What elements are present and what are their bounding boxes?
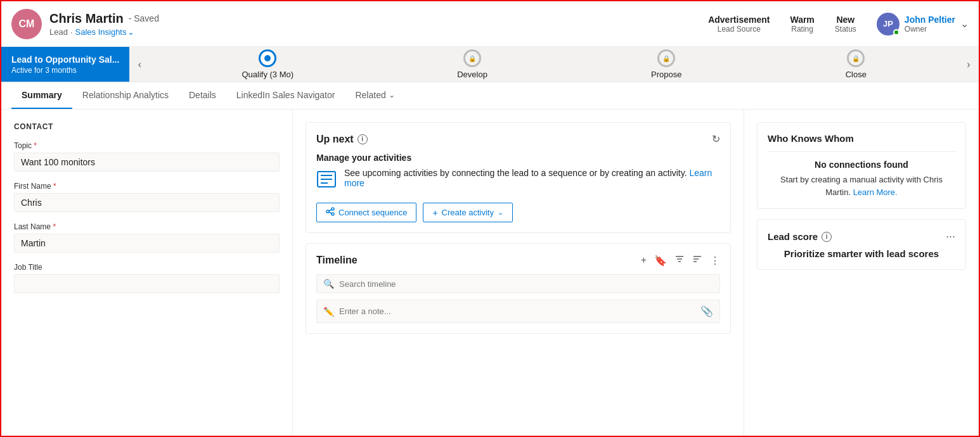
topic-label: Topic *	[14, 141, 280, 150]
tab-details[interactable]: Details	[179, 82, 226, 109]
topic-input[interactable]	[14, 153, 280, 172]
who-knows-learn-more-link[interactable]: Learn More.	[853, 187, 898, 197]
timeline-note-input[interactable]: ✏️ 📎	[316, 300, 720, 323]
stage-circle-close[interactable]: 🔒	[847, 49, 865, 67]
lead-score-info-icon[interactable]: i	[822, 232, 832, 242]
connect-sequence-label: Connect sequence	[338, 208, 407, 217]
last-name-field-group: Last Name *	[14, 222, 280, 253]
stage-step-close: 🔒 Close	[846, 49, 867, 79]
manage-activities-text: See upcoming activities by connecting th…	[344, 168, 720, 188]
first-name-required-indicator: *	[53, 182, 56, 191]
svg-line-7	[329, 210, 332, 211]
who-knows-title: Who Knows Whom	[768, 133, 955, 144]
timeline-header: Timeline + 🔖	[316, 254, 720, 267]
header-meta: Advertisement Lead Source Warm Rating Ne…	[708, 15, 856, 34]
header-title-group: Chris Martin - Saved Lead · Sales Insigh…	[49, 11, 700, 37]
timeline-filter-icon[interactable]	[674, 254, 685, 267]
stage-steps: Qualify (3 Mo) 🔒 Develop 🔒 Propose 🔒 Clo…	[150, 47, 958, 82]
stage-label-close: Close	[846, 70, 867, 79]
prioritize-text: Prioritize smarter with lead scores	[768, 248, 955, 259]
lead-score-card: Lead score i ··· Prioritize smarter with…	[757, 219, 966, 270]
svg-point-5	[332, 208, 334, 210]
stage-active-label: Lead to Opportunity Sal... Active for 3 …	[1, 47, 129, 82]
stage-circle-qualify[interactable]	[259, 49, 276, 67]
tab-summary[interactable]: Summary	[11, 82, 72, 109]
svg-point-4	[326, 210, 329, 213]
tab-linkedin-sales-navigator[interactable]: LinkedIn Sales Navigator	[226, 82, 345, 109]
header: CM Chris Martin - Saved Lead · Sales Ins…	[1, 1, 979, 47]
sequence-icon	[316, 169, 337, 194]
job-title-label: Job Title	[14, 263, 280, 272]
timeline-more-icon[interactable]: ⋮	[710, 255, 720, 267]
timeline-bookmark-icon[interactable]: 🔖	[654, 255, 667, 267]
stage-next-button[interactable]: ›	[958, 47, 979, 82]
contact-panel: CONTACT Topic * First Name * Last Name	[1, 110, 293, 436]
lead-source-label: Lead Source	[708, 25, 770, 34]
rating-label: Rating	[790, 25, 814, 34]
create-activity-chevron-icon: ⌄	[498, 208, 503, 217]
create-activity-button[interactable]: + Create activity ⌄	[423, 203, 513, 222]
owner-chevron-down-icon[interactable]: ⌄	[960, 18, 969, 30]
status-label: Status	[835, 25, 856, 34]
last-name-label: Last Name *	[14, 222, 280, 231]
last-name-required-indicator: *	[53, 222, 56, 231]
note-text-input[interactable]	[339, 307, 695, 316]
lead-source-value: Advertisement	[708, 15, 770, 25]
create-activity-plus-icon: +	[432, 208, 437, 218]
owner-info: John Peltier Owner	[905, 15, 955, 34]
owner-name[interactable]: John Peltier	[905, 15, 955, 25]
topic-required-indicator: *	[34, 141, 37, 150]
stage-step-qualify: Qualify (3 Mo)	[242, 49, 293, 79]
stage-prev-button[interactable]: ‹	[129, 47, 150, 82]
first-name-label: First Name *	[14, 182, 280, 191]
owner-role: Owner	[905, 25, 955, 34]
lead-score-more-icon[interactable]: ···	[946, 230, 955, 243]
center-panel: Up next i ↻ Manage your activities	[293, 110, 744, 436]
stage-label-develop: Develop	[457, 70, 487, 79]
stage-active-subtitle: Active for 3 months	[11, 66, 119, 75]
create-activity-label: Create activity	[442, 208, 494, 217]
last-name-input[interactable]	[14, 234, 280, 253]
first-name-field-group: First Name *	[14, 182, 280, 212]
lead-score-title: Lead score i	[768, 231, 832, 242]
timeline-search-input[interactable]	[339, 279, 713, 289]
timeline-sort-icon[interactable]	[692, 254, 702, 267]
stage-label-qualify: Qualify (3 Mo)	[242, 70, 293, 79]
tabs-bar: Summary Relationship Analytics Details L…	[1, 82, 979, 110]
related-chevron-down-icon: ⌄	[389, 91, 395, 99]
sales-insights-link[interactable]: Sales Insights ⌄	[75, 27, 135, 37]
timeline-actions: + 🔖	[641, 254, 720, 267]
job-title-field-group: Job Title	[14, 263, 280, 293]
status-dot	[893, 29, 899, 35]
search-icon: 🔍	[323, 279, 334, 289]
lead-score-header: Lead score i ···	[768, 230, 955, 243]
activity-buttons: Connect sequence + Create activity ⌄	[316, 203, 720, 222]
stage-active-title: Lead to Opportunity Sal...	[11, 54, 119, 65]
up-next-info-icon[interactable]: i	[358, 134, 368, 144]
timeline-add-icon[interactable]: +	[641, 255, 647, 266]
connect-sequence-button[interactable]: Connect sequence	[316, 203, 416, 222]
refresh-icon[interactable]: ↻	[712, 133, 720, 145]
status-value: New	[835, 15, 856, 25]
contact-name: Chris Martin	[49, 11, 124, 26]
sales-insights-chevron: ⌄	[127, 27, 134, 37]
right-panel: Who Knows Whom No connections found Star…	[744, 110, 979, 436]
topic-field-group: Topic *	[14, 141, 280, 172]
timeline-search[interactable]: 🔍	[316, 274, 720, 293]
first-name-input[interactable]	[14, 193, 280, 212]
stage-step-propose: 🔒 Propose	[651, 49, 681, 79]
stage-circle-propose[interactable]: 🔒	[657, 49, 675, 67]
svg-point-6	[332, 213, 334, 215]
contact-section-title: CONTACT	[14, 122, 280, 131]
attachment-icon[interactable]: 📎	[700, 305, 713, 317]
tab-relationship-analytics[interactable]: Relationship Analytics	[72, 82, 179, 109]
job-title-input[interactable]	[14, 274, 280, 293]
no-connections-text: Start by creating a manual activity with…	[768, 174, 955, 198]
tab-related[interactable]: Related ⌄	[345, 82, 404, 109]
rating-value: Warm	[790, 15, 814, 25]
no-connections-title: No connections found	[768, 160, 955, 170]
stage-circle-develop[interactable]: 🔒	[463, 49, 481, 67]
manage-activities-title: Manage your activities	[316, 153, 720, 163]
manage-activities-body: See upcoming activities by connecting th…	[316, 168, 720, 194]
who-knows-divider	[768, 151, 955, 152]
